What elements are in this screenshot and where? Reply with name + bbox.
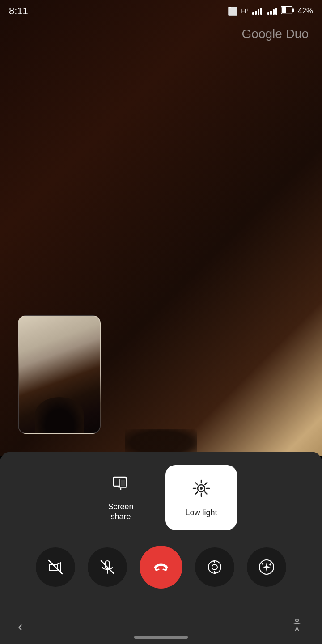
signal-bar-2 [267,8,277,15]
data-icon: H⁺ [241,7,249,15]
signal-bar-1 [252,8,262,15]
svg-point-8 [123,487,123,487]
svg-rect-7 [121,480,125,486]
nav-bar: ‹ [0,608,322,644]
svg-line-15 [205,492,207,494]
hang-up-button[interactable] [140,546,182,589]
svg-line-16 [205,483,207,484]
svg-line-17 [196,492,198,494]
svg-line-14 [196,483,198,484]
status-icons: ⬜ H⁺ 42% [228,6,313,17]
flip-camera-button[interactable] [195,547,234,587]
svg-line-21 [49,560,62,574]
svg-rect-1 [282,7,286,13]
bottom-panel: Screenshare [0,452,322,644]
low-light-label: Low light [185,508,217,518]
home-indicator[interactable] [134,636,188,639]
mute-button[interactable] [88,547,127,587]
back-button[interactable]: ‹ [18,618,23,635]
video-recording-icon: ⬜ [228,6,237,16]
screen-share-icon [111,474,131,498]
effects-button[interactable] [247,547,286,587]
app-watermark: Google Duo [242,27,309,41]
low-light-icon [191,478,212,504]
status-time: 8:11 [9,5,28,17]
screen-share-button[interactable]: Screenshare [85,465,157,530]
low-light-button[interactable]: Low light [165,465,237,530]
battery-percent: 42% [298,7,313,16]
svg-point-28 [296,619,298,622]
video-toggle-button[interactable] [36,547,75,587]
status-bar: 8:11 ⬜ H⁺ 42% [0,0,322,22]
toolbar-row: Screenshare [0,452,322,539]
screen-share-label: Screenshare [108,502,133,521]
controls-row [0,539,322,595]
svg-point-26 [212,564,217,570]
accessibility-button[interactable] [290,618,304,635]
svg-rect-2 [292,8,294,12]
battery-icon [281,6,294,17]
self-view-pip[interactable] [18,315,101,434]
svg-point-18 [200,487,203,490]
main-video: Google Duo [0,0,322,456]
